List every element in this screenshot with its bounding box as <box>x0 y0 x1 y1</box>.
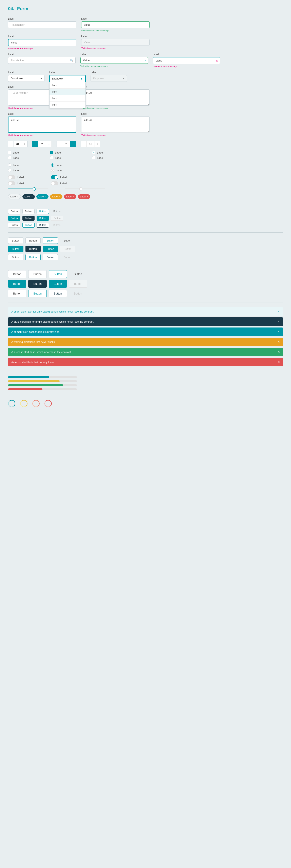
button-disabled-lg: Button <box>69 280 87 288</box>
button-ghost-lg[interactable]: Button <box>69 271 87 278</box>
checkbox-label: Label <box>13 156 20 159</box>
alert-text: A success alert flash, which never lose … <box>11 350 71 353</box>
stepper-1: − + <box>8 141 28 147</box>
alert-text: A warning alert flash that never sucks. <box>11 340 56 343</box>
input-field[interactable] <box>8 39 76 46</box>
alert-close-btn[interactable]: × <box>278 360 280 364</box>
checkbox-label: Label <box>55 156 61 159</box>
tag-warning[interactable]: Label × <box>50 194 62 199</box>
checkbox-checked[interactable]: ✓ Label <box>50 151 87 154</box>
tag-primary[interactable]: Label × <box>23 194 35 199</box>
button-solid-teal-md-2[interactable]: Button <box>43 246 58 252</box>
dropdown-item[interactable]: Item <box>50 101 86 108</box>
stepper-plus[interactable]: + <box>70 141 76 147</box>
toggle-off-2[interactable]: Label <box>8 181 46 185</box>
input-arrow: Label ‹ Validation success message <box>80 53 148 68</box>
dropdown-item[interactable]: Item <box>50 89 86 95</box>
tag-label: Label <box>10 195 16 198</box>
alert-close-btn[interactable]: × <box>278 340 280 344</box>
checkbox-unchecked-1[interactable]: Label <box>8 151 45 154</box>
stepper-minus[interactable]: − <box>32 141 38 147</box>
button-solid-dark-lg[interactable]: Button <box>28 280 46 288</box>
tag-danger-2[interactable]: Label × <box>78 194 90 199</box>
slider-2[interactable] <box>65 189 105 189</box>
progress-bar-yellow <box>8 380 77 382</box>
arrow-input[interactable] <box>80 57 148 64</box>
slider-fill <box>8 189 34 189</box>
dropdown-item[interactable]: Item <box>50 95 86 101</box>
checkbox-unchecked-2[interactable]: Label <box>8 156 45 159</box>
button-outline-teal-b-lg[interactable]: Button <box>28 290 46 297</box>
stepper-minus[interactable]: − <box>8 141 14 147</box>
stepper-plus[interactable]: + <box>46 141 52 147</box>
button-default-lg-2[interactable]: Button <box>28 270 46 278</box>
tag-close-icon[interactable]: × <box>59 196 60 198</box>
toggle-off-3[interactable]: Label <box>51 181 89 185</box>
button-default-sm-2[interactable]: Button <box>23 209 35 214</box>
textarea-field[interactable]: Value <box>8 117 76 133</box>
tag-close-icon[interactable]: × <box>45 196 46 198</box>
dropdown-item[interactable]: Item <box>50 82 86 89</box>
button-outline-teal-sm[interactable]: Button <box>37 209 49 214</box>
button-outline-default-sm[interactable]: Button <box>8 223 21 227</box>
radio-unchecked-1[interactable]: Label <box>8 163 46 167</box>
button-outline-dark-md[interactable]: Button <box>43 254 58 260</box>
button-outline-default-lg[interactable]: Button <box>8 290 26 297</box>
alert-close-btn[interactable]: × <box>278 350 280 354</box>
chevron-up-icon: ▲ <box>80 77 83 80</box>
stepper-minus[interactable]: − <box>57 141 62 147</box>
toggle-on[interactable]: Label <box>51 175 89 179</box>
checkbox-unchecked-4[interactable]: Label <box>92 156 129 159</box>
button-default-lg[interactable]: Button <box>8 270 26 278</box>
dropdown-trigger[interactable]: Dropdown ▲ <box>49 75 86 82</box>
button-solid-teal-lg[interactable]: Button <box>8 280 26 288</box>
button-outline-dark-lg[interactable]: Button <box>49 290 67 297</box>
tag-close-icon[interactable]: × <box>87 196 88 198</box>
warning-input[interactable] <box>153 57 220 64</box>
button-outline-teal-lg[interactable]: Button <box>49 270 67 278</box>
tag-close-icon[interactable]: × <box>31 196 33 198</box>
tag-default[interactable]: Label × <box>8 194 21 199</box>
button-solid-teal-lg-2[interactable]: Button <box>49 280 67 288</box>
tag-danger-1[interactable]: Label × <box>64 194 76 199</box>
checkbox-unchecked-3[interactable]: Label <box>50 156 87 159</box>
button-solid-teal-sm-2[interactable]: Button <box>37 216 49 221</box>
alert-close-btn[interactable]: × <box>278 330 280 334</box>
button-default-md-2[interactable]: Button <box>26 238 41 244</box>
tag-close-icon[interactable]: × <box>17 196 19 198</box>
button-outline-teal-b-sm[interactable]: Button <box>23 223 35 227</box>
button-outline-teal-b-md[interactable]: Button <box>26 254 41 260</box>
button-outline-dark-sm[interactable]: Button <box>37 223 49 227</box>
button-solid-dark-md[interactable]: Button <box>26 246 41 252</box>
stepper-value[interactable] <box>14 141 22 147</box>
radio-selected[interactable]: Label <box>51 163 89 167</box>
button-ghost-md[interactable]: Button <box>60 238 75 244</box>
button-default-md[interactable]: Button <box>8 238 24 244</box>
button-outline-default-md[interactable]: Button <box>8 254 24 260</box>
button-solid-teal-sm[interactable]: Button <box>8 216 21 221</box>
alert-close-btn[interactable]: × <box>278 320 280 323</box>
slider-thumb[interactable] <box>33 187 36 191</box>
textarea-field[interactable]: Value <box>81 89 150 105</box>
input-field[interactable] <box>81 22 150 28</box>
button-outline-teal-md[interactable]: Button <box>43 238 58 244</box>
slider-1[interactable] <box>8 189 48 189</box>
checkbox-indeterminate[interactable]: − Label <box>92 151 129 154</box>
tag-teal[interactable]: Label × <box>36 194 49 199</box>
arrow-input-wrapper: ‹ <box>80 57 148 64</box>
radio-unchecked-2[interactable]: Label <box>8 169 46 172</box>
input-field[interactable] <box>8 22 76 28</box>
tag-close-icon[interactable]: × <box>73 196 74 198</box>
stepper-value[interactable] <box>62 141 70 147</box>
stepper-value[interactable] <box>38 141 46 147</box>
stepper-minus-disabled: − <box>81 141 87 147</box>
button-solid-dark-sm[interactable]: Button <box>23 216 35 221</box>
button-solid-teal-md[interactable]: Button <box>8 246 24 252</box>
button-default-sm[interactable]: Button <box>8 209 21 214</box>
alert-close-btn[interactable]: × <box>278 310 280 313</box>
search-input[interactable] <box>8 57 75 64</box>
button-ghost-sm[interactable]: Button <box>51 209 63 214</box>
dropdown-select[interactable]: Dropdown Item <box>8 75 44 82</box>
toggle-off-1[interactable]: Label <box>8 175 46 179</box>
stepper-plus[interactable]: + <box>22 141 28 147</box>
